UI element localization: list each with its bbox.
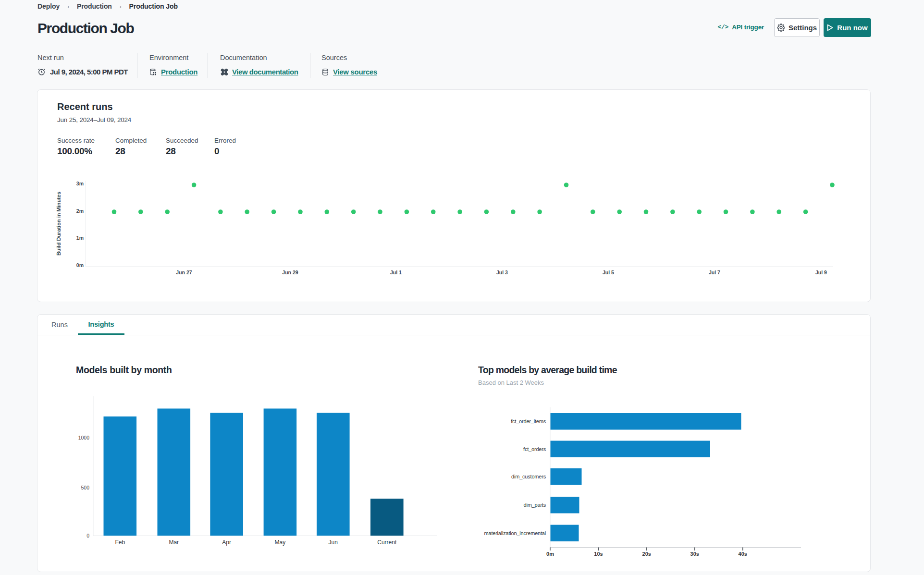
svg-text:Jul 9: Jul 9 — [815, 269, 827, 275]
svg-text:40s: 40s — [739, 551, 747, 557]
svg-text:Jul 1: Jul 1 — [390, 269, 402, 275]
svg-text:0: 0 — [86, 533, 89, 538]
svg-text:1000: 1000 — [78, 435, 90, 440]
svg-text:Build Duration in Minutes: Build Duration in Minutes — [56, 192, 62, 256]
svg-text:materialization_incremental: materialization_incremental — [484, 530, 546, 536]
svg-text:1m: 1m — [76, 235, 84, 241]
svg-text:Jul 5: Jul 5 — [603, 269, 614, 275]
svg-text:dim_parts: dim_parts — [524, 502, 546, 508]
svg-text:Apr: Apr — [222, 539, 231, 546]
svg-text:May: May — [275, 539, 286, 546]
svg-text:Jun 29: Jun 29 — [282, 269, 298, 275]
svg-text:0m: 0m — [76, 262, 84, 268]
svg-text:10s: 10s — [594, 551, 603, 557]
svg-text:20s: 20s — [642, 551, 651, 557]
svg-text:dim_customers: dim_customers — [511, 474, 546, 479]
svg-text:Feb: Feb — [115, 539, 125, 546]
svg-text:Jul 3: Jul 3 — [496, 269, 508, 275]
svg-text:30s: 30s — [690, 551, 699, 557]
svg-text:0m: 0m — [546, 551, 554, 557]
svg-text:fct_order_items: fct_order_items — [511, 418, 546, 424]
svg-text:Jul 7: Jul 7 — [709, 269, 720, 275]
svg-text:500: 500 — [81, 485, 89, 490]
svg-text:fct_orders: fct_orders — [523, 446, 546, 452]
svg-text:Current: Current — [377, 539, 397, 546]
svg-text:Jun: Jun — [329, 539, 338, 546]
svg-text:2m: 2m — [76, 208, 84, 214]
svg-text:Mar: Mar — [169, 539, 179, 546]
svg-text:Jun 27: Jun 27 — [176, 269, 192, 275]
svg-text:3m: 3m — [76, 181, 84, 186]
